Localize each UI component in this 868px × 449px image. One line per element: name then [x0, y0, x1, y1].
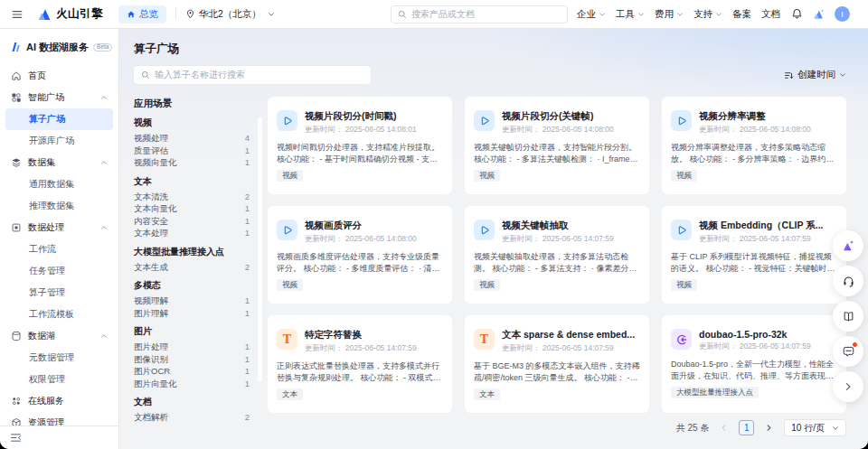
nav-menu-item[interactable]: 企业 — [577, 8, 606, 21]
sidebar-item-任务管理[interactable]: 任务管理 — [5, 260, 113, 282]
card-updated-time: 更新时间： 2025-06-05 14:07:59 — [502, 234, 614, 245]
filter-item-图片处理[interactable]: 图片处理1 — [134, 341, 257, 353]
nav-menu-item[interactable]: 工具 — [616, 8, 645, 21]
sidebar-item-工作流[interactable]: 工作流 — [5, 239, 113, 260]
product-search-input[interactable]: 搜索产品或文档 — [391, 5, 568, 23]
filter-count: 2 — [245, 411, 257, 424]
expand-toolbar-button[interactable] — [833, 371, 863, 402]
sidebar-item-智能广场[interactable]: 智能广场 — [5, 87, 113, 108]
filter-scrollbar[interactable] — [258, 117, 262, 381]
sidebar-menu: 首页智能广场算子广场开源库广场数据集通用数据集推理数据集数据处理工作流任务管理算… — [0, 65, 118, 426]
prev-page-button[interactable] — [716, 420, 731, 435]
card-tag: 大模型批量推理接入点 — [671, 387, 759, 398]
filter-count: 1 — [245, 156, 257, 169]
filter-item-视频向量化[interactable]: 视频向量化1 — [134, 156, 257, 169]
filter-group-文本: 文本 — [134, 175, 257, 188]
sidebar-item-工作流模板[interactable]: 工作流模板 — [5, 304, 113, 325]
ai-assistant-button[interactable] — [833, 230, 863, 261]
sidebar-item-算子管理[interactable]: 算子管理 — [5, 282, 113, 304]
cube-icon — [11, 417, 22, 426]
sidebar-footer — [0, 426, 118, 449]
operator-card[interactable]: 视频画质评分更新时间： 2025-06-05 14:08:00视频画质多维度评估… — [268, 206, 452, 304]
bell-icon[interactable] — [791, 8, 803, 20]
sidebar-item-通用数据集[interactable]: 通用数据集 — [5, 173, 113, 195]
region-selector[interactable]: 华北2（北京） — [185, 8, 275, 21]
operator-card[interactable]: doubao-1.5-pro-32k更新时间： 2025-06-05 14:07… — [662, 315, 846, 413]
filter-item-内容安全[interactable]: 内容安全1 — [134, 215, 257, 228]
filter-item-质量评估[interactable]: 质量评估1 — [134, 145, 257, 157]
grid-icon — [11, 92, 22, 103]
sidebar-item-开源库广场[interactable]: 开源库广场 — [5, 130, 113, 152]
operator-card[interactable]: 视频片段切分(关键帧)更新时间： 2025-06-05 14:08:00视频关键… — [465, 97, 649, 194]
filter-item-图片OCR[interactable]: 图片OCR1 — [134, 365, 257, 378]
filter-item-视频处理[interactable]: 视频处理4 — [134, 132, 257, 145]
nav-menu-item[interactable]: 文档 — [761, 8, 780, 21]
operator-card[interactable]: T特定字符替换更新时间： 2025-06-05 14:07:59正则表达式批量替… — [268, 315, 452, 413]
card-description: 视频关键帧切分处理器，支持智能片段分割。 核心功能： - 多算法关键帧检测： ·… — [474, 142, 640, 164]
support-headset-button[interactable] — [833, 266, 863, 296]
filter-group-文档: 文档 — [134, 396, 257, 408]
sidebar-item-数据集[interactable]: 数据集 — [5, 152, 113, 173]
filter-item-图片理解[interactable]: 图片理解1 — [134, 307, 257, 320]
filter-item-图片向量化[interactable]: 图片向量化1 — [134, 378, 257, 390]
filter-item-文本处理[interactable]: 文本处理1 — [134, 227, 257, 239]
user-avatar[interactable]: I — [835, 6, 850, 22]
page-number-button[interactable]: 1 — [739, 420, 754, 435]
app-window: 火山引擎 总览 华北2（北京） 搜索产品或文档 企业工具费用支持备案文档 I — [0, 0, 868, 449]
filter-group-视频: 视频 — [134, 117, 257, 129]
card-tag: 视频 — [474, 279, 500, 291]
sidebar-item-资源管理[interactable]: 资源管理 — [5, 412, 113, 426]
video-play-icon — [277, 110, 297, 131]
collapse-sidebar-icon[interactable] — [10, 432, 22, 444]
feedback-chat-button[interactable] — [833, 336, 863, 367]
sidebar-item-推理数据集[interactable]: 推理数据集 — [5, 195, 113, 217]
operator-card[interactable]: 视频关键帧抽取更新时间： 2025-06-05 14:07:59视频关键帧抽取处… — [465, 206, 649, 304]
nav-menu-item[interactable]: 备案 — [732, 8, 751, 21]
card-description: 视频关键帧抽取处理器，支持多算法动态检测。 核心功能： - 多算法支持： · 像… — [474, 251, 640, 274]
hamburger-menu-icon[interactable] — [11, 8, 24, 21]
card-description: 基于 CLIP 系列模型计算视频特征，捕捉视频的语义。 核心功能： - 视觉特征… — [671, 251, 837, 274]
filter-item-文本清洗[interactable]: 文本清洗2 — [134, 191, 257, 203]
filter-title: 应用场景 — [134, 97, 257, 109]
chevron-up-icon — [100, 159, 108, 166]
sidebar-item-数据湖[interactable]: 数据湖 — [5, 325, 113, 347]
card-updated-time: 更新时间： 2025-06-05 14:07:59 — [305, 343, 417, 354]
divider — [175, 8, 176, 20]
filter-item-文本生成[interactable]: 文本生成2 — [134, 261, 257, 274]
nav-menu-item[interactable]: 费用 — [655, 8, 684, 21]
console-mountain-icon[interactable] — [812, 7, 826, 21]
volcengine-logo-icon — [37, 7, 52, 22]
main-content: 算子广场 输入算子名称进行搜索 创建时间 应用场景 视频视频处理4质量评估1视频… — [119, 29, 868, 449]
next-page-button[interactable] — [761, 420, 777, 435]
notification-dot — [852, 341, 858, 348]
operator-card[interactable]: 视频分辨率调整更新时间： 2025-06-05 14:08:00视频分辨率调整处… — [662, 97, 846, 194]
sidebar-item-权限管理[interactable]: 权限管理 — [5, 369, 113, 390]
card-updated-time: 更新时间： 2025-06-05 14:08:00 — [699, 125, 811, 136]
page-size-select[interactable]: 10 行/页 — [784, 419, 846, 436]
filter-count: 1 — [245, 295, 257, 307]
card-title: 视频分辨率调整 — [699, 110, 811, 123]
overview-button[interactable]: 总览 — [118, 5, 166, 23]
filter-item-文本向量化[interactable]: 文本向量化1 — [134, 202, 257, 215]
filter-item-图像识别[interactable]: 图像识别1 — [134, 353, 257, 366]
sort-control[interactable]: 创建时间 — [784, 69, 846, 81]
sort-icon — [784, 70, 794, 80]
chevron-down-icon — [268, 11, 275, 18]
operator-card[interactable]: 视频片段切分(时间戳)更新时间： 2025-06-05 14:08:01视频时间… — [268, 97, 452, 194]
sidebar-item-算子广场[interactable]: 算子广场 — [5, 108, 113, 130]
brand-logo[interactable]: 火山引擎 — [37, 6, 103, 22]
dots-icon — [11, 396, 22, 407]
filter-item-文档解析[interactable]: 文档解析2 — [134, 411, 257, 424]
filter-item-视频理解[interactable]: 视频理解1 — [134, 295, 257, 307]
sidebar-item-数据处理[interactable]: 数据处理 — [5, 217, 113, 239]
filter-count: 1 — [245, 341, 257, 353]
filter-group-图片: 图片 — [134, 325, 257, 338]
sidebar-item-首页[interactable]: 首页 — [5, 65, 113, 87]
nav-menu-item[interactable]: 支持 — [693, 8, 722, 21]
sidebar-item-元数据管理[interactable]: 元数据管理 — [5, 347, 113, 369]
operator-card[interactable]: T文本 sparse & dense embed...更新时间： 2025-06… — [465, 315, 649, 413]
documentation-book-button[interactable] — [833, 301, 863, 332]
operator-card[interactable]: 视频 Embedding（CLIP 系...更新时间： 2025-06-05 1… — [662, 206, 846, 304]
operator-search-input[interactable]: 输入算子名称进行搜索 — [134, 66, 371, 84]
sidebar-item-在线服务[interactable]: 在线服务 — [5, 390, 113, 412]
